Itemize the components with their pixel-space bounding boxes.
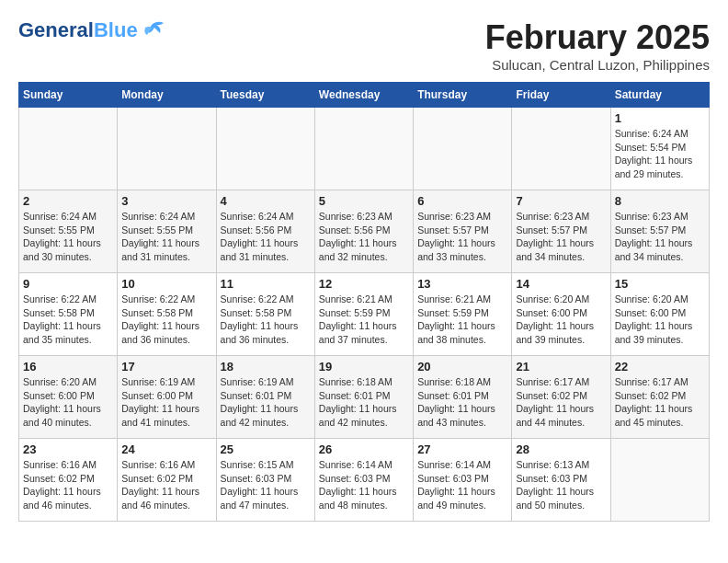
- day-info: Sunrise: 6:17 AMSunset: 6:02 PMDaylight:…: [516, 375, 606, 430]
- day-header-tuesday: Tuesday: [216, 83, 314, 108]
- day-info: Sunrise: 6:19 AMSunset: 6:00 PMDaylight:…: [121, 375, 211, 430]
- day-info: Sunrise: 6:16 AMSunset: 6:02 PMDaylight:…: [23, 458, 113, 512]
- day-info: Sunrise: 6:24 AMSunset: 5:56 PMDaylight:…: [221, 210, 311, 264]
- location-subtitle: Sulucan, Central Luzon, Philippines: [485, 57, 710, 73]
- calendar-cell: 11Sunrise: 6:22 AMSunset: 5:58 PMDayligh…: [216, 273, 314, 356]
- day-number: 25: [221, 442, 311, 456]
- day-info: Sunrise: 6:22 AMSunset: 5:58 PMDaylight:…: [121, 293, 211, 347]
- day-header-friday: Friday: [512, 83, 610, 108]
- calendar-cell: 25Sunrise: 6:15 AMSunset: 6:03 PMDayligh…: [216, 439, 314, 522]
- day-info: Sunrise: 6:18 AMSunset: 6:01 PMDaylight:…: [417, 375, 507, 430]
- day-number: 24: [121, 442, 211, 456]
- day-number: 6: [417, 194, 507, 208]
- day-number: 10: [121, 277, 211, 291]
- calendar-cell: 13Sunrise: 6:21 AMSunset: 5:59 PMDayligh…: [414, 273, 512, 356]
- day-number: 19: [319, 360, 409, 373]
- day-info: Sunrise: 6:22 AMSunset: 5:58 PMDaylight:…: [23, 293, 113, 347]
- calendar-cell: 21Sunrise: 6:17 AMSunset: 6:02 PMDayligh…: [512, 356, 610, 439]
- day-info: Sunrise: 6:23 AMSunset: 5:57 PMDaylight:…: [417, 210, 507, 264]
- calendar-cell: 4Sunrise: 6:24 AMSunset: 5:56 PMDaylight…: [216, 190, 314, 273]
- day-info: Sunrise: 6:20 AMSunset: 6:00 PMDaylight:…: [23, 375, 113, 430]
- day-number: 20: [417, 360, 507, 373]
- day-info: Sunrise: 6:21 AMSunset: 5:59 PMDaylight:…: [417, 293, 507, 347]
- day-number: 7: [516, 194, 606, 208]
- day-info: Sunrise: 6:23 AMSunset: 5:57 PMDaylight:…: [615, 210, 705, 264]
- day-info: Sunrise: 6:19 AMSunset: 6:01 PMDaylight:…: [221, 375, 311, 430]
- day-number: 3: [121, 194, 211, 208]
- day-header-thursday: Thursday: [414, 83, 512, 108]
- day-header-monday: Monday: [118, 83, 216, 108]
- calendar-cell: 23Sunrise: 6:16 AMSunset: 6:02 PMDayligh…: [19, 439, 118, 522]
- day-number: 5: [319, 194, 409, 208]
- calendar-cell: 17Sunrise: 6:19 AMSunset: 6:00 PMDayligh…: [118, 356, 216, 439]
- calendar-week-row: 23Sunrise: 6:16 AMSunset: 6:02 PMDayligh…: [19, 439, 710, 522]
- day-header-saturday: Saturday: [610, 83, 709, 108]
- calendar-cell: 3Sunrise: 6:24 AMSunset: 5:55 PMDaylight…: [118, 190, 216, 273]
- calendar-cell: 24Sunrise: 6:16 AMSunset: 6:02 PMDayligh…: [118, 439, 216, 522]
- calendar-table: SundayMondayTuesdayWednesdayThursdayFrid…: [18, 82, 710, 522]
- day-info: Sunrise: 6:20 AMSunset: 6:00 PMDaylight:…: [615, 293, 705, 347]
- day-info: Sunrise: 6:18 AMSunset: 6:01 PMDaylight:…: [319, 375, 409, 430]
- calendar-cell: 18Sunrise: 6:19 AMSunset: 6:01 PMDayligh…: [216, 356, 314, 439]
- day-info: Sunrise: 6:24 AMSunset: 5:55 PMDaylight:…: [121, 210, 211, 264]
- logo-general: GeneralBlue: [18, 18, 138, 42]
- day-info: Sunrise: 6:16 AMSunset: 6:02 PMDaylight:…: [121, 458, 211, 512]
- calendar-week-row: 9Sunrise: 6:22 AMSunset: 5:58 PMDaylight…: [19, 273, 710, 356]
- day-info: Sunrise: 6:14 AMSunset: 6:03 PMDaylight:…: [417, 458, 507, 512]
- calendar-cell: 15Sunrise: 6:20 AMSunset: 6:00 PMDayligh…: [610, 273, 709, 356]
- day-number: 23: [23, 442, 113, 456]
- day-number: 1: [615, 111, 705, 125]
- calendar-cell: [610, 439, 709, 522]
- day-number: 15: [615, 277, 705, 291]
- calendar-cell: [216, 108, 314, 190]
- day-number: 14: [516, 277, 606, 291]
- day-number: 18: [221, 360, 311, 373]
- calendar-header-row: SundayMondayTuesdayWednesdayThursdayFrid…: [19, 83, 710, 108]
- day-number: 21: [516, 360, 606, 373]
- calendar-cell: 6Sunrise: 6:23 AMSunset: 5:57 PMDaylight…: [414, 190, 512, 273]
- calendar-cell: 12Sunrise: 6:21 AMSunset: 5:59 PMDayligh…: [314, 273, 413, 356]
- day-number: 27: [417, 442, 507, 456]
- calendar-cell: 26Sunrise: 6:14 AMSunset: 6:03 PMDayligh…: [314, 439, 413, 522]
- calendar-cell: 10Sunrise: 6:22 AMSunset: 5:58 PMDayligh…: [118, 273, 216, 356]
- calendar-cell: [19, 108, 118, 190]
- day-info: Sunrise: 6:24 AMSunset: 5:54 PMDaylight:…: [615, 127, 705, 181]
- logo-bird-icon: [140, 20, 165, 40]
- calendar-cell: 14Sunrise: 6:20 AMSunset: 6:00 PMDayligh…: [512, 273, 610, 356]
- day-number: 28: [516, 442, 606, 456]
- day-number: 16: [23, 360, 113, 373]
- calendar-cell: [118, 108, 216, 190]
- day-info: Sunrise: 6:15 AMSunset: 6:03 PMDaylight:…: [221, 458, 311, 512]
- day-number: 9: [23, 277, 113, 291]
- calendar-cell: 7Sunrise: 6:23 AMSunset: 5:57 PMDaylight…: [512, 190, 610, 273]
- day-info: Sunrise: 6:24 AMSunset: 5:55 PMDaylight:…: [23, 210, 113, 264]
- calendar-cell: 1Sunrise: 6:24 AMSunset: 5:54 PMDaylight…: [610, 108, 709, 190]
- day-header-wednesday: Wednesday: [314, 83, 413, 108]
- calendar-week-row: 1Sunrise: 6:24 AMSunset: 5:54 PMDaylight…: [19, 108, 710, 190]
- day-number: 12: [319, 277, 409, 291]
- day-number: 17: [121, 360, 211, 373]
- day-info: Sunrise: 6:23 AMSunset: 5:56 PMDaylight:…: [319, 210, 409, 264]
- day-number: 22: [615, 360, 705, 373]
- calendar-week-row: 16Sunrise: 6:20 AMSunset: 6:00 PMDayligh…: [19, 356, 710, 439]
- calendar-cell: 2Sunrise: 6:24 AMSunset: 5:55 PMDaylight…: [19, 190, 118, 273]
- calendar-week-row: 2Sunrise: 6:24 AMSunset: 5:55 PMDaylight…: [19, 190, 710, 273]
- day-info: Sunrise: 6:20 AMSunset: 6:00 PMDaylight:…: [516, 293, 606, 347]
- calendar-cell: 20Sunrise: 6:18 AMSunset: 6:01 PMDayligh…: [414, 356, 512, 439]
- logo: GeneralBlue: [18, 18, 165, 42]
- calendar-cell: 28Sunrise: 6:13 AMSunset: 6:03 PMDayligh…: [512, 439, 610, 522]
- month-title: February 2025: [485, 18, 710, 57]
- day-number: 13: [417, 277, 507, 291]
- calendar-cell: [414, 108, 512, 190]
- day-info: Sunrise: 6:17 AMSunset: 6:02 PMDaylight:…: [615, 375, 705, 430]
- calendar-cell: 9Sunrise: 6:22 AMSunset: 5:58 PMDaylight…: [19, 273, 118, 356]
- calendar-cell: 8Sunrise: 6:23 AMSunset: 5:57 PMDaylight…: [610, 190, 709, 273]
- day-info: Sunrise: 6:14 AMSunset: 6:03 PMDaylight:…: [319, 458, 409, 512]
- day-info: Sunrise: 6:13 AMSunset: 6:03 PMDaylight:…: [516, 458, 606, 512]
- calendar-cell: 22Sunrise: 6:17 AMSunset: 6:02 PMDayligh…: [610, 356, 709, 439]
- day-number: 4: [221, 194, 311, 208]
- calendar-cell: [512, 108, 610, 190]
- page-header: GeneralBlue February 2025 Sulucan, Centr…: [18, 18, 710, 73]
- day-number: 11: [221, 277, 311, 291]
- calendar-cell: 5Sunrise: 6:23 AMSunset: 5:56 PMDaylight…: [314, 190, 413, 273]
